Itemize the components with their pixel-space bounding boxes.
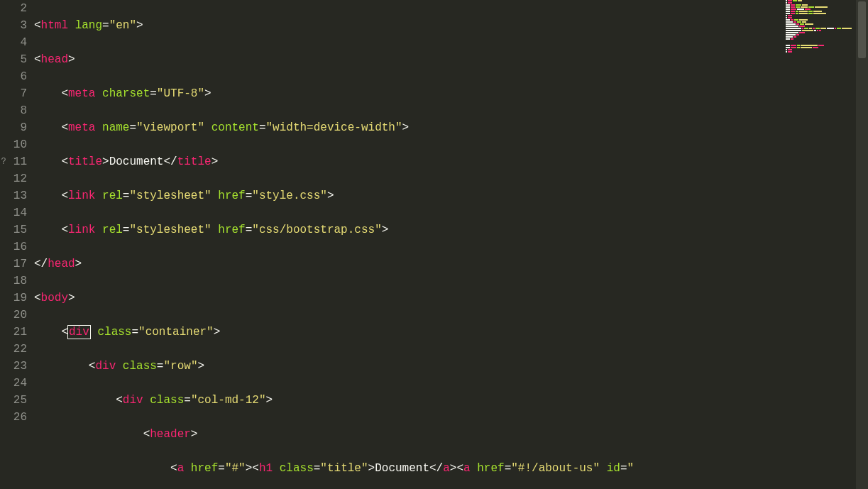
code-line[interactable]: <title>Document</title>: [34, 153, 868, 170]
selected-tag: div: [67, 325, 91, 339]
line-number: 6: [0, 68, 27, 85]
code-line[interactable]: <link rel="stylesheet" href="css/bootstr…: [34, 221, 868, 238]
code-area[interactable]: <html lang="en"> <head> <meta charset="U…: [34, 0, 868, 489]
scrollbar-thumb[interactable]: [858, 1, 866, 58]
line-number: 7: [0, 85, 27, 102]
line-number: 4: [0, 34, 27, 51]
code-line[interactable]: <body>: [34, 290, 868, 307]
line-number: 24: [0, 375, 27, 392]
code-line[interactable]: <div class="col-md-12">: [34, 392, 868, 409]
code-line[interactable]: <header>: [34, 426, 868, 443]
code-line[interactable]: </head>: [34, 256, 868, 273]
line-number: 18: [0, 273, 27, 290]
line-number: 3: [0, 17, 27, 34]
code-line[interactable]: <meta charset="UTF-8">: [34, 85, 868, 102]
code-line[interactable]: <link rel="stylesheet" href="style.css">: [34, 187, 868, 204]
line-number: 23: [0, 358, 27, 375]
line-number-gutter: ? 2 3 4 5 6 7 8 9 10 11 12 13 14 15 16 1…: [0, 0, 34, 489]
code-line[interactable]: <a href="#"><h1 class="title">Document</…: [34, 460, 868, 477]
line-number: 2: [0, 0, 27, 17]
line-number: 8: [0, 102, 27, 119]
line-number: 22: [0, 341, 27, 358]
line-number: 15: [0, 221, 27, 238]
line-number: 25: [0, 392, 27, 409]
code-editor[interactable]: ? 2 3 4 5 6 7 8 9 10 11 12 13 14 15 16 1…: [0, 0, 868, 489]
line-number: 20: [0, 307, 27, 324]
line-number: 14: [0, 204, 27, 221]
code-line[interactable]: <meta name="viewport" content="width=dev…: [34, 119, 868, 136]
line-number: 5: [0, 51, 27, 68]
line-number: 19: [0, 290, 27, 307]
line-number: 21: [0, 324, 27, 341]
minimap[interactable]: [784, 0, 855, 489]
code-line[interactable]: <head>: [34, 51, 868, 68]
line-number: 12: [0, 170, 27, 187]
line-number: 9: [0, 119, 27, 136]
line-number: 10: [0, 136, 27, 153]
line-number: 16: [0, 238, 27, 256]
line-number: 17: [0, 256, 27, 273]
code-line[interactable]: <div class="row">: [34, 358, 868, 375]
line-number: 26: [0, 409, 27, 426]
code-line[interactable]: <html lang="en">: [34, 17, 868, 34]
vertical-scrollbar[interactable]: [856, 0, 868, 489]
code-line[interactable]: <div class="container">: [34, 324, 868, 341]
line-number: 13: [0, 187, 27, 204]
gutter-marker: ?: [0, 153, 7, 170]
